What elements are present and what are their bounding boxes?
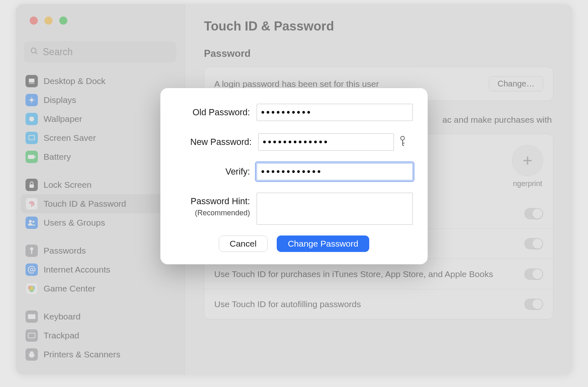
new-password-label: New Password: (175, 133, 252, 148)
svg-point-30 (400, 136, 404, 140)
key-icon[interactable] (398, 135, 407, 149)
old-password-field[interactable] (257, 104, 413, 121)
verify-password-label: Verify: (175, 163, 250, 177)
confirm-change-password-button[interactable]: Change Password (277, 235, 370, 252)
old-password-label: Old Password: (175, 104, 250, 118)
change-password-dialog: Old Password: New Password: (160, 88, 428, 264)
new-password-field[interactable] (258, 133, 394, 151)
cancel-button[interactable]: Cancel (219, 235, 268, 252)
password-hint-label: Password Hint: (Recommended) (175, 193, 250, 218)
verify-password-field[interactable] (257, 163, 413, 180)
settings-window: Desktop & DockDisplaysWallpaperScreen Sa… (16, 4, 572, 375)
password-hint-field[interactable] (257, 193, 413, 225)
